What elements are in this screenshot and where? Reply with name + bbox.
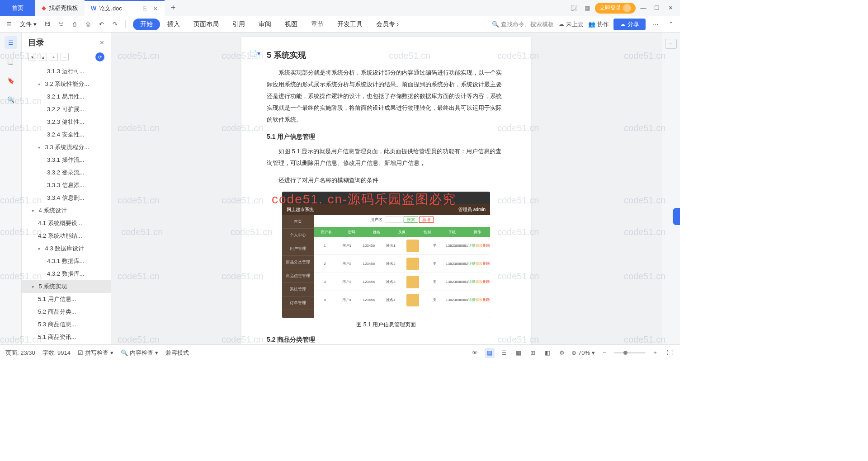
page-indicator[interactable]: 页面: 23/30 bbox=[5, 349, 35, 357]
outline-icon[interactable]: ☰ bbox=[5, 36, 17, 49]
cloud-status[interactable]: ☁ 未上云 bbox=[558, 20, 584, 28]
toc-remove-icon[interactable]: − bbox=[61, 53, 69, 61]
toc-item[interactable]: 3.2.4 安全性... bbox=[22, 128, 111, 141]
search-icon[interactable]: 🔍 bbox=[5, 93, 17, 106]
tab-home[interactable]: 首页 bbox=[0, 0, 35, 16]
toc-item[interactable]: ▾ 6 系统测试 bbox=[22, 343, 111, 344]
toc-panel: 目录 ✕ ▾ ▴ + − ⟳ 3.1.3 运行可...▾ 3.2 系统性能分..… bbox=[22, 33, 111, 344]
add-tab-button[interactable]: + bbox=[165, 3, 182, 13]
page-marker-icon: 📄▾ bbox=[250, 50, 260, 57]
toc-item[interactable]: 3.2.2 可扩展... bbox=[22, 103, 111, 116]
menu-bar: 开始 插入 页面布局 引用 审阅 视图 章节 开发工具 会员专 › bbox=[133, 19, 406, 30]
share-button[interactable]: ☁ 分享 bbox=[613, 19, 646, 30]
maximize-button[interactable]: ☐ bbox=[651, 2, 663, 14]
toc-item[interactable]: 5.1 商品资讯... bbox=[22, 331, 111, 343]
panel-toggle-icon[interactable]: ≡ bbox=[665, 39, 677, 49]
view-read-icon[interactable]: ⊞ bbox=[528, 348, 538, 358]
toc-item[interactable]: 3.3.3 信息添... bbox=[22, 179, 111, 192]
toc-close-icon[interactable]: ✕ bbox=[99, 39, 104, 46]
word-count[interactable]: 字数: 9914 bbox=[42, 349, 71, 357]
toc-item[interactable]: 3.3.2 登录流... bbox=[22, 166, 111, 179]
collab-button[interactable]: 👥 协作 bbox=[588, 20, 609, 28]
menu-member[interactable]: 会员专 › bbox=[370, 19, 406, 30]
undo-icon[interactable]: ↶ bbox=[96, 19, 107, 30]
save-icon[interactable]: 🖫 bbox=[42, 19, 53, 30]
spell-check[interactable]: ☑ 拼写检查 ▾ bbox=[78, 349, 113, 357]
fullscreen-icon[interactable]: ⛶ bbox=[665, 348, 675, 358]
layout-icon[interactable]: ⿴ bbox=[568, 2, 580, 14]
toc-item[interactable]: 3.2.1 易用性... bbox=[22, 90, 111, 103]
toc-item[interactable]: ▾ 4 系统设计 bbox=[22, 204, 111, 217]
preview-icon[interactable]: ◎ bbox=[83, 19, 94, 30]
toc-item[interactable]: ▾ 3.3 系统流程分... bbox=[22, 141, 111, 154]
side-tab[interactable] bbox=[673, 208, 680, 225]
view-focus-icon[interactable]: ◧ bbox=[542, 348, 552, 358]
toc-sync-icon[interactable]: ⟳ bbox=[95, 52, 104, 61]
zoom-control[interactable]: ⊕ 70% ▾ bbox=[571, 349, 595, 356]
toc-item[interactable]: 4.3.2 数据库... bbox=[22, 268, 111, 280]
toc-item[interactable]: ▾ 3.2 系统性能分... bbox=[22, 78, 111, 90]
avatar-icon bbox=[623, 4, 631, 12]
menu-references[interactable]: 引用 bbox=[226, 19, 251, 30]
file-menu[interactable]: 文件 ▾ bbox=[17, 20, 39, 28]
toc-item[interactable]: ▾ 5 系统实现 bbox=[22, 280, 111, 293]
menu-icon[interactable]: ☰ bbox=[4, 19, 14, 30]
minimize-button[interactable]: — bbox=[637, 2, 649, 14]
toc-add-icon[interactable]: + bbox=[50, 53, 58, 61]
toc-item[interactable]: 3.3.4 信息删... bbox=[22, 192, 111, 204]
settings-icon[interactable]: ⚙ bbox=[557, 348, 567, 358]
paragraph: 系统实现部分就是将系统分析，系统设计部分的内容通过编码进行功能实现，以一个实际应… bbox=[267, 67, 505, 126]
save-as-icon[interactable]: 🖫 bbox=[56, 19, 66, 30]
search-command[interactable]: 🔍 查找命令、搜索模板 bbox=[492, 20, 554, 28]
watermark-overlay: code51. cn-源码乐园盗图必究 bbox=[272, 191, 456, 208]
view-page-icon[interactable]: ▤ bbox=[485, 348, 495, 358]
tab-template[interactable]: ◆找稻壳模板 bbox=[35, 0, 85, 16]
figure-image: 网上超市系统管理员 admin 首页个人中心用户管理商品分类管理商品信息管理系统… bbox=[282, 192, 490, 318]
toc-item[interactable]: 3.2.3 健壮性... bbox=[22, 116, 111, 128]
close-button[interactable]: ✕ bbox=[665, 2, 676, 14]
toc-item[interactable]: 4.2 系统功能结... bbox=[22, 230, 111, 242]
bookmark-icon[interactable]: 🔖 bbox=[5, 74, 17, 87]
tab-document[interactable]: W论文.doc⎘✕ bbox=[85, 0, 165, 16]
toc-collapse-icon[interactable]: ▾ bbox=[28, 53, 36, 61]
statusbar: 页面: 23/30 字数: 9914 ☑ 拼写检查 ▾ 🔍 内容检查 ▾ 兼容模… bbox=[0, 344, 680, 361]
heading-1: 5 系统实现 bbox=[267, 50, 505, 61]
toc-item[interactable]: 5.3 商品信息... bbox=[22, 318, 111, 331]
menu-view[interactable]: 视图 bbox=[278, 19, 304, 30]
toc-expand-icon[interactable]: ▴ bbox=[39, 53, 47, 61]
paragraph: 还进行了对用户名称的模糊查询的条件 bbox=[267, 174, 505, 186]
toc-item[interactable]: 5.2 商品分类... bbox=[22, 306, 111, 318]
content-check[interactable]: 🔍 内容检查 ▾ bbox=[121, 349, 158, 357]
more-icon[interactable]: ⋯ bbox=[650, 19, 661, 30]
menu-devtools[interactable]: 开发工具 bbox=[331, 19, 369, 30]
toolbar: ☰ 文件 ▾ 🖫 🖫 ⎙ ◎ ↶ ↷ 开始 插入 页面布局 引用 审阅 视图 章… bbox=[0, 16, 680, 33]
zoom-out-icon[interactable]: − bbox=[599, 348, 609, 358]
toc-item[interactable]: ▾ 4.3 数据库设计 bbox=[22, 242, 111, 255]
menu-layout[interactable]: 页面布局 bbox=[187, 19, 225, 30]
menu-section[interactable]: 章节 bbox=[305, 19, 330, 30]
menu-start[interactable]: 开始 bbox=[133, 19, 160, 30]
toc-item[interactable]: 5.1 用户信息... bbox=[22, 293, 111, 306]
view-web-icon[interactable]: ▦ bbox=[514, 348, 524, 358]
menu-insert[interactable]: 插入 bbox=[161, 19, 186, 30]
toc-item[interactable]: 3.1.3 运行可... bbox=[22, 65, 111, 78]
toc-item[interactable]: 4.3.1 数据库... bbox=[22, 255, 111, 268]
close-icon[interactable]: ✕ bbox=[153, 5, 158, 12]
toc-list: 3.1.3 运行可...▾ 3.2 系统性能分...3.2.1 易用性...3.… bbox=[22, 65, 111, 344]
compat-mode[interactable]: 兼容模式 bbox=[165, 349, 189, 357]
grid-icon[interactable]: ▦ bbox=[581, 2, 593, 14]
paragraph: 如图 5.1 显示的就是用户信息管理页面，此页面提供给管理员的功能有：用户信息的… bbox=[267, 146, 505, 169]
expand-icon[interactable]: ⌃ bbox=[665, 19, 676, 30]
login-button[interactable]: 立即登录 bbox=[595, 3, 636, 14]
zoom-in-icon[interactable]: + bbox=[650, 348, 660, 358]
toc-item[interactable]: 3.3.1 操作流... bbox=[22, 154, 111, 166]
view-eye-icon[interactable]: 👁 bbox=[470, 348, 480, 358]
pages-icon[interactable]: ⿴ bbox=[5, 55, 17, 68]
document-area[interactable]: code51. cn-源码乐园盗图必究 📄▾ 5 系统实现 系统实现部分就是将系… bbox=[111, 33, 661, 344]
redo-icon[interactable]: ↷ bbox=[110, 19, 121, 30]
view-outline-icon[interactable]: ☰ bbox=[499, 348, 509, 358]
menu-review[interactable]: 审阅 bbox=[252, 19, 278, 30]
toc-item[interactable]: 4.1 系统概要设... bbox=[22, 217, 111, 230]
figure-caption: 图 5.1 用户信息管理页面 bbox=[267, 321, 505, 329]
print-icon[interactable]: ⎙ bbox=[69, 19, 80, 30]
